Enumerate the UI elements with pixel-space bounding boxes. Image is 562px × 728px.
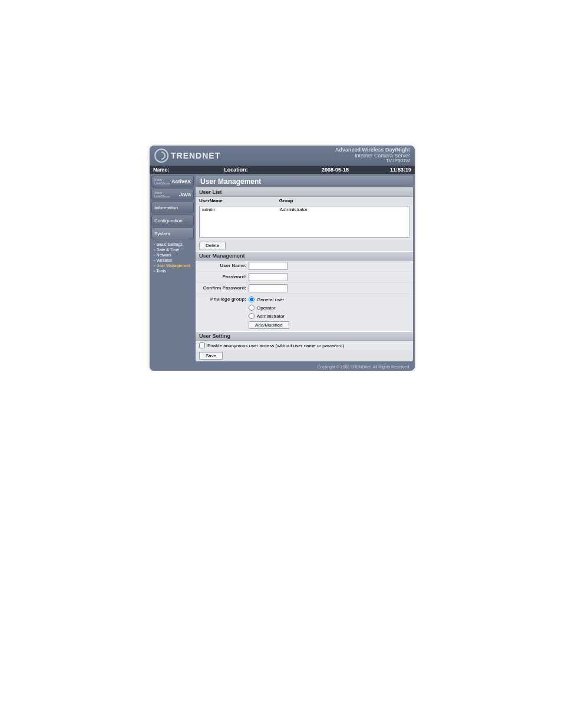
- radio-operator-label: Operator: [257, 305, 276, 311]
- user-form: User Name: Password: Confirm Password: P…: [196, 261, 413, 331]
- liveshow-tiny-2: ViewLiveShow: [154, 191, 170, 198]
- anon-row: Enable anonymous user access (without us…: [196, 341, 413, 350]
- confirm-password-input[interactable]: [249, 284, 287, 292]
- password-input[interactable]: [249, 273, 287, 281]
- product-model: TV-IP501W: [335, 159, 410, 164]
- col-group: Group: [279, 198, 405, 203]
- banner-product-info: Advanced Wireless Day/Night Internet Cam…: [335, 147, 410, 164]
- configuration-label: Configuration: [154, 218, 183, 223]
- sidebar: ViewLiveShow ActiveX ViewLiveShow Java I…: [151, 176, 194, 361]
- main-panel: User Management User List UserName Group…: [196, 176, 413, 361]
- body: ViewLiveShow ActiveX ViewLiveShow Java I…: [150, 174, 415, 363]
- footer-copyright: Copyright © 2008 TRENDnet. All Rights Re…: [150, 363, 415, 371]
- name-label: Name:: [153, 167, 170, 173]
- label-username: User Name:: [199, 262, 249, 268]
- subnav-tools[interactable]: Tools: [154, 268, 194, 274]
- information-label: Information: [154, 205, 178, 210]
- activex-label: ActiveX: [171, 179, 191, 185]
- tab-liveshow-activex[interactable]: ViewLiveShow ActiveX: [151, 176, 194, 187]
- tab-liveshow-java[interactable]: ViewLiveShow Java: [151, 189, 194, 200]
- logo-icon: [154, 149, 168, 163]
- anon-access-checkbox[interactable]: [199, 342, 205, 348]
- java-label: Java: [179, 192, 191, 197]
- label-password: Password:: [199, 273, 249, 279]
- col-username: UserName: [199, 198, 279, 203]
- label-confirm: Confirm Password:: [199, 284, 249, 291]
- radio-general-label: General user: [257, 297, 284, 302]
- banner: TRENDNET Advanced Wireless Day/Night Int…: [150, 146, 415, 166]
- section-user-list: User List: [196, 187, 413, 197]
- user-listbox[interactable]: admin Administrator: [199, 206, 409, 238]
- info-bar: Name: Location: 2008-05-15 11:53:19: [150, 166, 415, 174]
- tab-configuration[interactable]: Configuration: [151, 215, 194, 226]
- app-window: TRENDNET Advanced Wireless Day/Night Int…: [150, 146, 415, 371]
- user-list-header-row: UserName Group: [196, 197, 413, 205]
- radio-operator[interactable]: [249, 305, 254, 311]
- add-modified-button[interactable]: Add/Modified: [249, 321, 289, 329]
- system-subnav: Basic Settings Date & Time Network Wirel…: [151, 241, 194, 276]
- delete-button[interactable]: Delete: [199, 242, 226, 249]
- radio-administrator[interactable]: [249, 313, 254, 319]
- system-label: System: [154, 231, 170, 236]
- subnav-user-management[interactable]: User Management: [154, 263, 194, 268]
- tab-system[interactable]: System: [151, 228, 194, 239]
- subnav-date-time[interactable]: Date & Time: [154, 247, 194, 252]
- delete-row: Delete: [196, 240, 413, 251]
- location-label: Location:: [224, 167, 248, 173]
- date-value: 2008-05-15: [322, 167, 349, 173]
- subnav-basic-settings[interactable]: Basic Settings: [154, 242, 194, 247]
- save-row: Save: [196, 350, 413, 361]
- label-privilege: Privilege group:: [199, 295, 249, 302]
- anon-label: Enable anonymous user access (without us…: [207, 343, 344, 348]
- save-button[interactable]: Save: [199, 352, 223, 360]
- logo: TRENDNET: [154, 149, 220, 163]
- section-user-mgmt: User Management: [196, 251, 413, 261]
- subnav-network[interactable]: Network: [154, 252, 194, 258]
- page-title: User Management: [196, 176, 413, 187]
- subnav-wireless[interactable]: Wireless: [154, 258, 194, 263]
- cell-group: Administrator: [280, 207, 308, 212]
- brand-text: TRENDNET: [171, 151, 220, 160]
- radio-admin-label: Administrator: [257, 314, 285, 319]
- list-item[interactable]: admin Administrator: [200, 206, 409, 213]
- liveshow-tiny-1: ViewLiveShow: [154, 178, 170, 185]
- cell-username: admin: [202, 207, 280, 212]
- section-user-setting: User Setting: [196, 331, 413, 341]
- time-value: 11:53:19: [390, 167, 411, 173]
- tab-information[interactable]: Information: [151, 202, 194, 213]
- radio-general-user[interactable]: [249, 297, 254, 302]
- username-input[interactable]: [249, 262, 287, 270]
